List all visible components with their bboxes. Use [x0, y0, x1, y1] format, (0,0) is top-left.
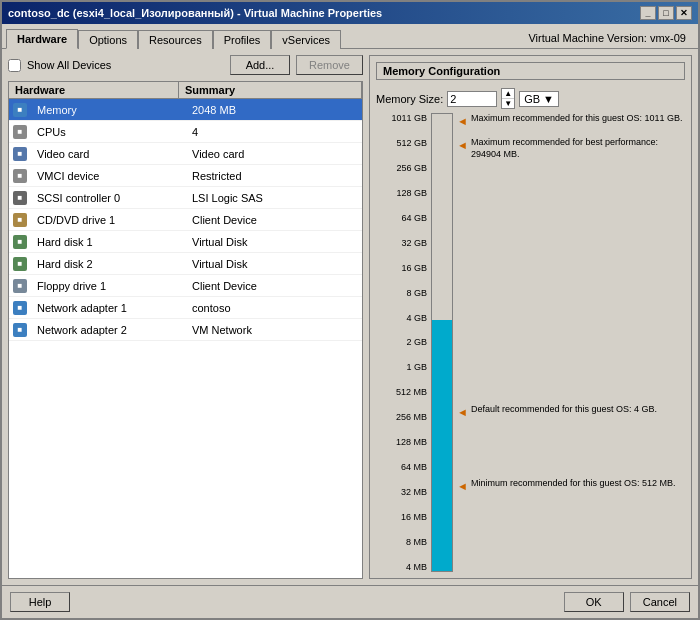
table-row[interactable]: ■Memory2048 MB	[9, 99, 362, 121]
table-row[interactable]: ■CPUs4	[9, 121, 362, 143]
spacer3	[457, 492, 685, 572]
tabs-row: Hardware Options Resources Profiles vSer…	[2, 24, 698, 49]
ok-button[interactable]: OK	[564, 592, 624, 612]
icon-cd1: ■	[13, 213, 27, 227]
icon-net1: ■	[13, 301, 27, 315]
main-window: contoso_dc (esxi4_local_Изолированный) -…	[0, 0, 700, 620]
tab-hardware[interactable]: Hardware	[6, 29, 78, 49]
show-all-devices-checkbox[interactable]	[8, 59, 21, 72]
icon-hdd1: ■	[13, 235, 27, 249]
memory-markers: ◄ Maximum recommended for this guest OS:…	[453, 113, 685, 572]
marker-1011gb-arrow: ◄	[457, 115, 468, 127]
table-row[interactable]: ■Floppy drive 1Client Device	[9, 275, 362, 297]
title-bar: contoso_dc (esxi4_local_Изолированный) -…	[2, 2, 698, 24]
table-row[interactable]: ■Network adapter 2VM Network	[9, 319, 362, 341]
scale-128gb: 128 GB	[396, 188, 427, 198]
minimize-button[interactable]: _	[640, 6, 656, 20]
scale-16mb: 16 MB	[401, 512, 427, 522]
scale-32mb: 32 MB	[401, 487, 427, 497]
memory-size-down[interactable]: ▼	[502, 99, 514, 108]
icon-vmci: ■	[13, 169, 27, 183]
tab-profiles[interactable]: Profiles	[213, 30, 272, 49]
scale-8mb: 8 MB	[406, 537, 427, 547]
memory-unit-select[interactable]: GB ▼	[519, 91, 559, 107]
tab-options[interactable]: Options	[78, 30, 138, 49]
marker-4gb-arrow: ◄	[457, 406, 468, 418]
marker-1011gb-text: Maximum recommended for this guest OS: 1…	[471, 113, 683, 125]
table-row[interactable]: ■Hard disk 2Virtual Disk	[9, 253, 362, 275]
scale-2gb: 2 GB	[406, 337, 427, 347]
scale-128mb: 128 MB	[396, 437, 427, 447]
icon-video-card: ■	[13, 147, 27, 161]
memory-scale: 1011 GB 512 GB 256 GB 128 GB 64 GB 32 GB…	[376, 113, 431, 572]
marker-512mb: ◄ Minimum recommended for this guest OS:…	[457, 478, 685, 492]
table-row[interactable]: ■Network adapter 1contoso	[9, 297, 362, 319]
cell-hardware-net2: Network adapter 2	[31, 323, 186, 337]
cell-summary-memory: 2048 MB	[186, 103, 362, 117]
tab-vservices[interactable]: vServices	[271, 30, 341, 49]
show-all-devices-row: Show All Devices Add... Remove	[8, 55, 363, 75]
marker-256gb: ◄ Maximum recommended for best performan…	[457, 137, 685, 160]
marker-4gb: ◄ Default recommended for this guest OS:…	[457, 404, 685, 418]
cell-summary-hdd2: Virtual Disk	[186, 257, 362, 271]
cell-hardware-cpus: CPUs	[31, 125, 186, 139]
hardware-table: Hardware Summary ■Memory2048 MB■CPUs4■Vi…	[8, 81, 363, 579]
marker-256gb-arrow: ◄	[457, 139, 468, 151]
right-panel: Memory Configuration Memory Size: ▲ ▼ GB…	[369, 55, 692, 579]
cell-hardware-hdd2: Hard disk 2	[31, 257, 186, 271]
cell-hardware-scsi0: SCSI controller 0	[31, 191, 186, 205]
close-button[interactable]: ✕	[676, 6, 692, 20]
memory-size-up[interactable]: ▲	[502, 89, 514, 99]
memory-config-title: Memory Configuration	[376, 62, 685, 80]
memory-viz-area: 1011 GB 512 GB 256 GB 128 GB 64 GB 32 GB…	[376, 113, 685, 572]
table-row[interactable]: ■SCSI controller 0LSI Logic SAS	[9, 187, 362, 209]
table-row[interactable]: ■CD/DVD drive 1Client Device	[9, 209, 362, 231]
table-row[interactable]: ■Hard disk 1Virtual Disk	[9, 231, 362, 253]
left-panel: Show All Devices Add... Remove Hardware …	[8, 55, 363, 579]
cell-hardware-vmci: VMCI device	[31, 169, 186, 183]
help-button[interactable]: Help	[10, 592, 70, 612]
memory-size-input[interactable]	[447, 91, 497, 107]
remove-button[interactable]: Remove	[296, 55, 363, 75]
scale-256mb: 256 MB	[396, 412, 427, 422]
cell-hardware-net1: Network adapter 1	[31, 301, 186, 315]
cell-summary-cpus: 4	[186, 125, 362, 139]
scale-4gb: 4 GB	[406, 313, 427, 323]
cell-summary-vmci: Restricted	[186, 169, 362, 183]
cancel-button[interactable]: Cancel	[630, 592, 690, 612]
tab-resources[interactable]: Resources	[138, 30, 213, 49]
table-body: ■Memory2048 MB■CPUs4■Video cardVideo car…	[9, 99, 362, 341]
cell-hardware-cd1: CD/DVD drive 1	[31, 213, 186, 227]
cell-hardware-video-card: Video card	[31, 147, 186, 161]
bottom-bar: Help OK Cancel	[2, 585, 698, 618]
cell-hardware-hdd1: Hard disk 1	[31, 235, 186, 249]
add-button[interactable]: Add...	[230, 55, 290, 75]
scale-4mb: 4 MB	[406, 562, 427, 572]
bottom-right-buttons: OK Cancel	[564, 592, 690, 612]
col-header-summary: Summary	[179, 82, 362, 98]
cell-summary-scsi0: LSI Logic SAS	[186, 191, 362, 205]
scale-512mb: 512 MB	[396, 387, 427, 397]
icon-memory: ■	[13, 103, 27, 117]
cell-summary-cd1: Client Device	[186, 213, 362, 227]
cell-summary-net1: contoso	[186, 301, 362, 315]
button-row: Add... Remove	[230, 55, 363, 75]
table-row[interactable]: ■VMCI deviceRestricted	[9, 165, 362, 187]
col-header-hardware: Hardware	[9, 82, 179, 98]
scale-16gb: 16 GB	[401, 263, 427, 273]
icon-floppy1: ■	[13, 279, 27, 293]
cell-summary-video-card: Video card	[186, 147, 362, 161]
table-header: Hardware Summary	[9, 82, 362, 99]
scale-64mb: 64 MB	[401, 462, 427, 472]
memory-bar-container	[431, 113, 453, 572]
window-title: contoso_dc (esxi4_local_Изолированный) -…	[8, 7, 382, 19]
scale-32gb: 32 GB	[401, 238, 427, 248]
cell-summary-floppy1: Client Device	[186, 279, 362, 293]
icon-net2: ■	[13, 323, 27, 337]
memory-size-row: Memory Size: ▲ ▼ GB ▼	[376, 88, 685, 109]
table-row[interactable]: ■Video cardVideo card	[9, 143, 362, 165]
content-area: Show All Devices Add... Remove Hardware …	[2, 49, 698, 585]
scale-8gb: 8 GB	[406, 288, 427, 298]
maximize-button[interactable]: □	[658, 6, 674, 20]
spacer1	[457, 160, 685, 404]
